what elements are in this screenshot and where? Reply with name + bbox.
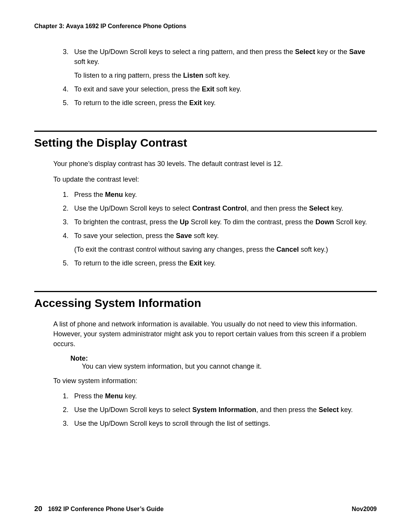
list-text: Use the Up/Down Scroll keys to select Co… [74,204,343,212]
document-page: Chapter 3: Avaya 1692 IP Conference Phon… [0,0,411,532]
list-number: 4. [63,231,68,241]
section-divider [34,291,377,292]
contrast-ordered-list: 1. Press the Menu key. 2. Use the Up/Dow… [34,190,377,268]
list-text: Use the Up/Down Scroll keys to select Sy… [74,406,353,414]
note-block: Note: You can view system information, b… [34,355,377,371]
list-item: 3. Use the Up/Down Scroll keys to select… [63,47,377,80]
list-subtext: To listen to a ring pattern, press the L… [74,70,377,80]
list-text: Press the Menu key. [74,392,137,400]
page-footer: 20 1692 IP Conference Phone User’s Guide… [34,505,377,513]
list-text: Use the Up/Down Scroll keys to scroll th… [74,420,270,427]
list-item: 3. To brighten the contrast, press the U… [63,217,377,227]
list-number: 3. [63,47,68,57]
list-number: 1. [63,391,68,401]
footer-left: 20 1692 IP Conference Phone User’s Guide [34,505,164,513]
paragraph: To update the contrast level: [34,174,377,184]
note-label: Note: [70,355,377,363]
note-text: You can view system information, but you… [70,363,377,371]
section-heading-sysinfo: Accessing System Information [34,297,377,310]
page-number: 20 [34,505,42,513]
list-item: 1. Press the Menu key. [63,391,377,401]
list-item: 2. Use the Up/Down Scroll keys to select… [63,405,377,415]
top-ordered-list: 3. Use the Up/Down Scroll keys to select… [34,47,377,108]
list-number: 4. [63,84,68,94]
list-text: Use the Up/Down Scroll keys to select a … [74,48,365,66]
list-text: To return to the idle screen, press the … [74,99,216,107]
list-item: 5. To return to the idle screen, press t… [63,258,377,268]
list-number: 2. [63,203,68,213]
chapter-header: Chapter 3: Avaya 1692 IP Conference Phon… [34,23,377,30]
paragraph: Your phone’s display contrast has 30 lev… [34,159,377,169]
list-item: 3. Use the Up/Down Scroll keys to scroll… [63,419,377,428]
list-number: 2. [63,405,68,415]
footer-title: 1692 IP Conference Phone User’s Guide [48,506,164,513]
list-text: Press the Menu key. [74,191,137,198]
list-text: To return to the idle screen, press the … [74,259,216,267]
list-number: 5. [63,98,68,108]
list-item: 4. To exit and save your selection, pres… [63,84,377,94]
list-text: To brighten the contrast, press the Up S… [74,218,367,226]
list-text: To save your selection, press the Save s… [74,232,219,240]
list-number: 3. [63,419,68,428]
list-number: 1. [63,190,68,200]
list-text: To exit and save your selection, press t… [74,85,241,93]
section-heading-contrast: Setting the Display Contrast [34,136,377,149]
list-number: 5. [63,258,68,268]
list-item: 2. Use the Up/Down Scroll keys to select… [63,203,377,213]
list-item: 4. To save your selection, press the Sav… [63,231,377,254]
paragraph: To view system information: [34,376,377,386]
list-number: 3. [63,217,68,227]
list-item: 1. Press the Menu key. [63,190,377,200]
list-subtext: (To exit the contrast control without sa… [74,244,377,254]
list-item: 5. To return to the idle screen, press t… [63,98,377,108]
footer-date: Nov2009 [352,506,377,513]
paragraph: A list of phone and network information … [34,319,377,349]
sysinfo-ordered-list: 1. Press the Menu key. 2. Use the Up/Dow… [34,391,377,428]
section-divider [34,131,377,132]
